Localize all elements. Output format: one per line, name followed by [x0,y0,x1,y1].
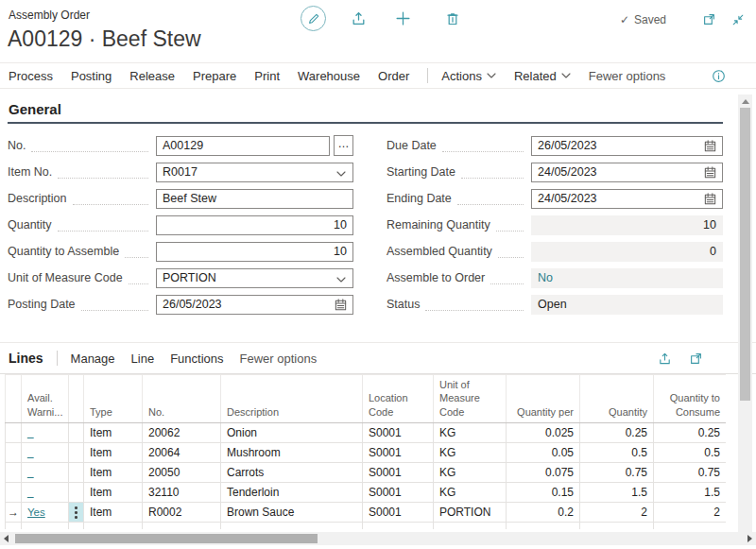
type-cell[interactable]: Item [84,502,143,522]
row-menu-button[interactable] [69,502,84,522]
line-row-active[interactable]: → Yes Item R0002 Brown Sauce S0001 PORTI… [6,502,727,522]
no-input[interactable] [156,136,330,156]
delete-button[interactable] [445,11,460,26]
description-cell[interactable]: Mushroom [221,442,363,462]
horizontal-scrollbar-thumb[interactable] [15,534,318,543]
line-row[interactable]: _ Item 20050 Carrots S0001 KG 0.075 0.75… [6,462,727,482]
menu-warehouse[interactable]: Warehouse [298,69,360,83]
location-cell[interactable]: S0001 [363,442,434,462]
location-cell[interactable]: S0001 [363,422,434,442]
qty-per-cell[interactable]: 0.15 [507,482,580,502]
line-row[interactable]: _ Item 20062 Onion S0001 KG 0.025 0.25 0… [6,422,727,442]
description-cell[interactable]: Onion [221,422,363,442]
uom-cell[interactable]: KG [434,482,507,502]
location-cell[interactable]: S0001 [363,462,434,482]
no-cell[interactable]: R0002 [143,502,221,522]
line-row[interactable]: _ Item 32110 Tenderloin S0001 KG 0.15 1.… [6,482,727,502]
col-description[interactable]: Description [221,375,363,423]
qty-consume-cell[interactable]: 2 [654,502,727,522]
share-button[interactable] [351,10,367,26]
description-cell[interactable]: Carrots [221,462,363,482]
fewer-options-button[interactable]: Fewer options [589,69,666,83]
col-location-code[interactable]: Location Code [363,375,434,423]
edit-button[interactable] [301,6,326,31]
qty-cell[interactable]: 1.5 [580,482,654,502]
col-quantity-per[interactable]: Quantity per [507,375,580,423]
qty-cell[interactable]: 0.5 [580,442,654,462]
posting-date-input[interactable] [156,295,353,315]
quantity-input[interactable] [156,215,353,235]
lines-menu-functions[interactable]: Functions [170,352,223,366]
menu-release[interactable]: Release [129,69,175,83]
no-cell[interactable]: 20062 [143,422,221,442]
menu-process[interactable]: Process [9,69,53,83]
ending-date-input[interactable] [531,189,723,209]
lines-popout-button[interactable] [689,352,703,366]
menu-related[interactable]: Related [514,69,571,83]
calendar-icon[interactable] [703,192,717,206]
chevron-down-icon[interactable] [336,171,346,177]
qty-per-cell[interactable]: 0.025 [507,422,580,442]
lines-title[interactable]: Lines [9,351,43,366]
scroll-left-arrow[interactable] [4,535,9,542]
menu-print[interactable]: Print [254,69,280,83]
qty-consume-cell[interactable]: 0.75 [654,462,727,482]
uom-cell[interactable]: KG [434,422,507,442]
location-cell[interactable]: S0001 [363,482,434,502]
description-cell[interactable]: Brown Sauce [221,502,363,522]
lines-share-button[interactable] [658,352,672,366]
item-no-input[interactable] [156,163,353,182]
menu-order[interactable]: Order [378,69,409,83]
info-button[interactable] [712,69,726,83]
general-heading[interactable]: General [9,101,756,117]
col-avail-warning[interactable]: Avail. Warni... [22,375,69,423]
uom-cell[interactable]: KG [434,462,507,482]
type-cell[interactable]: Item [84,462,143,482]
qty-per-cell[interactable]: 0.05 [507,442,580,462]
no-cell[interactable]: 20064 [143,442,221,462]
type-cell[interactable]: Item [84,482,143,502]
qty-per-cell[interactable]: 0.075 [507,462,580,482]
lines-menu-line[interactable]: Line [131,352,155,366]
col-type[interactable]: Type [84,375,143,423]
qty-per-cell[interactable]: 0.2 [507,502,580,522]
col-quantity[interactable]: Quantity [580,375,654,423]
description-input[interactable] [156,189,353,209]
new-button[interactable] [395,10,411,26]
no-cell[interactable]: 32110 [143,482,221,502]
menu-posting[interactable]: Posting [71,69,112,83]
horizontal-scrollbar[interactable] [0,532,756,545]
calendar-icon[interactable] [703,165,717,180]
due-date-input[interactable] [531,136,723,156]
qty-cell[interactable]: 0.75 [580,462,654,482]
menu-prepare[interactable]: Prepare [193,69,236,83]
calendar-icon[interactable] [703,139,717,153]
collapse-button[interactable] [731,13,745,26]
qty-cell[interactable]: 0.25 [580,422,654,442]
lines-fewer-options-button[interactable]: Fewer options [240,352,318,366]
scroll-up-arrow[interactable] [742,99,749,104]
location-cell[interactable]: S0001 [363,502,434,522]
qty-consume-cell[interactable]: 1.5 [654,482,727,502]
calendar-icon[interactable] [334,298,348,312]
menu-actions[interactable]: Actions [441,69,496,83]
type-cell[interactable]: Item [84,442,143,462]
col-quantity-to-consume[interactable]: Quantity to Consume [654,375,727,423]
col-unit-of-measure[interactable]: Unit of Measure Code [434,375,507,423]
vertical-scrollbar[interactable] [738,94,752,532]
unit-of-measure-input[interactable] [156,268,353,288]
starting-date-input[interactable] [531,163,723,182]
qty-consume-cell[interactable]: 0.25 [654,422,727,442]
uom-cell[interactable]: PORTION [434,502,507,522]
type-cell[interactable]: Item [84,422,143,442]
quantity-to-assemble-input[interactable] [156,242,353,262]
col-no[interactable]: No. [143,375,221,423]
no-cell[interactable]: 20050 [143,462,221,482]
vertical-scrollbar-thumb[interactable] [740,108,750,401]
qty-cell[interactable]: 2 [580,502,654,522]
lines-menu-manage[interactable]: Manage [71,352,115,366]
line-row[interactable]: _ Item 20064 Mushroom S0001 KG 0.05 0.5 … [6,442,727,462]
popout-window-button[interactable] [702,12,716,26]
description-cell[interactable]: Tenderloin [221,482,363,502]
assemble-to-order-link[interactable]: No [531,268,723,288]
